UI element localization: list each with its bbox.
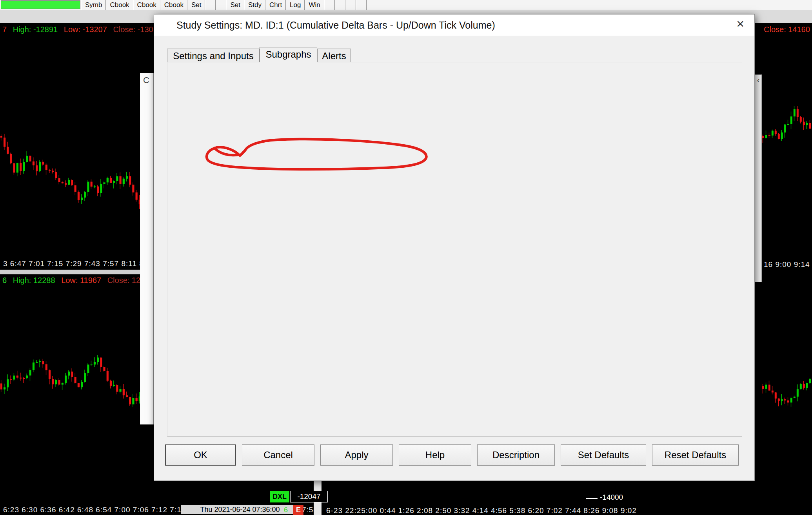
rhdr-close: Close: 14160 [764,25,810,34]
apply-button[interactable]: Apply [320,444,393,466]
menu-item-set[interactable]: Set [187,0,205,10]
e-badge: E [293,505,303,515]
chart-date-label: Thu 2021-06-24 07:36:00 [181,505,299,514]
left-chart-axis-1: 3 6:47 7:01 7:15 7:29 7:43 7:57 8:11 8:2… [3,259,155,268]
middle-price-label: -14000 [600,493,623,502]
description-button[interactable]: Description [477,444,555,466]
menu-item-set[interactable]: Set [226,0,244,10]
cancel-button[interactable]: Cancel [242,444,314,466]
menu-item-chrt[interactable]: Chrt [265,0,286,10]
menu-item-symb[interactable]: Symb [81,0,106,10]
menu-item-empty[interactable] [345,0,356,10]
tab-panel [167,62,742,437]
menu-item-empty[interactable] [356,0,367,10]
menu-item-cbook[interactable]: Cbook [160,0,187,10]
candlestick-chart-bottom-right [762,284,812,511]
menu-bar: SymbCbookCbookCbookSetSetStdyChrtLogWin [0,0,812,10]
connection-status-indicator [1,0,80,9]
tab-subgraphs[interactable]: Subgraphs [260,47,317,62]
candlestick-chart-top-right [762,37,812,257]
dxl-badge: DXL [270,491,289,502]
price-tick [586,498,598,499]
menu-item-empty[interactable] [335,0,345,10]
menu-item-empty[interactable] [324,0,335,10]
menu-item-win[interactable]: Win [305,0,324,10]
corner-number: 6 [284,506,288,514]
menu-item-cbook[interactable]: Cbook [106,0,133,10]
hdr1-low: Low: -13207 [64,25,107,34]
help-button[interactable]: Help [399,444,471,466]
study-settings-dialog: Study Settings: MD. ID:1 (Cumulative Del… [154,14,755,481]
left-chart-axis-2-end: 7:54 [302,506,318,514]
left-chart-axis-2: 6:23 6:30 6:36 6:42 6:48 6:54 7:00 7:06 … [3,506,186,514]
price-badge: -12047 [290,491,328,502]
menu-item-empty[interactable] [205,0,216,10]
hdr2-high: High: 12288 [13,276,55,285]
set-defaults-button[interactable]: Set Defaults [561,444,646,466]
hdr2-low: Low: 11967 [61,276,101,285]
hdr1-prefix: 7 [2,25,7,34]
background-window-edge-left: C [140,73,154,424]
ok-button[interactable]: OK [165,444,236,466]
middle-chart-axis: 6-23 22:25:00 0:44 1:26 2:08 2:50 3:32 4… [326,506,637,515]
hdr1-high: High: -12891 [13,25,58,34]
menu-item-cbook[interactable]: Cbook [133,0,160,10]
dialog-button-row: OKCancelApplyHelpDescriptionSet Defaults… [165,444,739,466]
right-chart-axis: 16 9:00 9:14 9: [764,260,812,269]
dialog-title-bar: Study Settings: MD. ID:1 (Cumulative Del… [154,15,754,36]
menu-item-empty[interactable] [216,0,226,10]
background-window-edge-right: ‹ [755,74,762,282]
menu-item-stdy[interactable]: Stdy [244,0,265,10]
screen: 7 High: -12891 Low: -13207 Close: -13011… [0,0,812,515]
right-chart-header: Close: 14160 (Yes, [764,25,812,34]
menu-item-log[interactable]: Log [286,0,305,10]
reset-defaults-button[interactable]: Reset Defaults [652,444,739,466]
dialog-title: Study Settings: MD. ID:1 (Cumulative Del… [176,20,495,31]
close-icon[interactable]: × [736,17,744,30]
tab-alerts[interactable]: Alerts [317,49,351,62]
tab-settings-and-inputs[interactable]: Settings and Inputs [167,49,260,62]
hdr2-prefix: 6 [2,276,7,285]
